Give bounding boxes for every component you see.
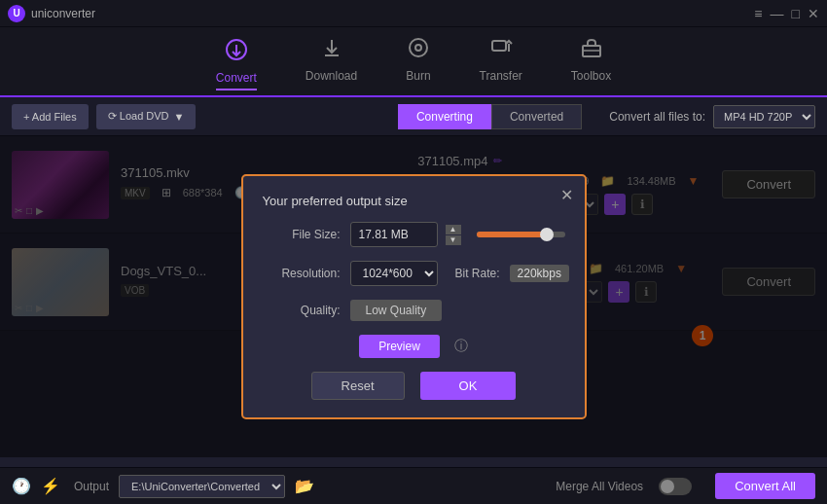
download-nav-icon [320,36,343,65]
format-select[interactable]: MP4 HD 720P [713,105,815,128]
title-bar-controls: ≡ — □ ✕ [754,6,819,21]
size-slider[interactable] [477,232,565,237]
quality-button[interactable]: Low Quality [350,300,443,321]
folder-open-icon[interactable]: 📂 [295,477,314,495]
bitrate-value: 220kbps [510,265,569,282]
modal-actions: Reset OK [263,372,565,400]
nav-burn-label: Burn [406,69,430,83]
output-path-select[interactable]: E:\UniConverter\Converted [119,475,285,498]
nav-toolbox[interactable]: Toolbox [571,36,611,87]
quality-label: Quality: [263,304,341,317]
tab-converted[interactable]: Converted [491,104,582,129]
menu-icon[interactable]: ≡ [754,6,762,21]
resolution-select[interactable]: 1024*600 [350,261,438,286]
merge-toggle[interactable] [659,478,692,495]
convert-all-label: Convert all files to: [609,110,705,124]
resolution-bitrate-row: Resolution: 1024*600 Bit Rate: 220kbps [263,261,565,286]
bottom-bar: 🕐 ⚡ Output E:\UniConverter\Converted 📂 M… [0,467,827,504]
toolbox-nav-icon [580,36,603,65]
dropdown-arrow-icon: ▼ [174,111,185,123]
modal-overlay: Your preferred output size ✕ File Size: … [0,136,827,457]
output-size-modal: Your preferred output size ✕ File Size: … [241,174,587,419]
maximize-icon[interactable]: □ [792,6,800,21]
nav-transfer[interactable]: Transfer [480,36,522,87]
preview-button[interactable]: Preview [359,335,440,358]
svg-point-1 [410,39,427,56]
nav-transfer-label: Transfer [480,69,522,83]
quality-row: Quality: Low Quality [263,300,565,321]
clock-bottom-icon[interactable]: 🕐 [12,477,31,495]
bitrate-label: Bit Rate: [455,267,500,280]
svg-rect-3 [492,41,506,51]
add-files-button[interactable]: + Add Files [12,104,89,129]
reset-button[interactable]: Reset [311,372,405,400]
transfer-nav-icon [489,36,513,65]
app-name: uniconverter [31,7,95,20]
filesize-label: File Size: [263,228,341,241]
app-logo: U [8,5,25,22]
tab-group: Converting Converted [398,104,582,129]
filesize-input[interactable] [350,222,438,247]
convert-nav-icon [225,38,248,67]
nav-bar: Convert Download Burn Transfer [0,27,827,97]
toggle-thumb [661,480,674,493]
modal-title: Your preferred output size [263,194,565,208]
burn-nav-icon [407,36,430,65]
minimize-icon[interactable]: — [771,6,784,21]
merge-label: Merge All Videos [556,480,643,493]
title-bar-left: U uniconverter [8,5,95,22]
preview-info-icon: ⓘ [454,338,468,355]
tab-converting[interactable]: Converting [398,104,491,129]
nav-toolbox-label: Toolbox [571,69,611,83]
nav-convert[interactable]: Convert [216,38,257,90]
title-bar: U uniconverter ≡ — □ ✕ [0,0,827,27]
nav-convert-label: Convert [216,71,257,85]
filesize-row: File Size: ▲ ▼ [263,222,565,247]
size-up-button[interactable]: ▲ [446,225,461,234]
content-area: ✂□▶ 371105.mkv MKV ⊞ 688*384 🕐 07:09 📁 1… [0,136,827,457]
close-icon[interactable]: ✕ [808,6,819,21]
output-label: Output [74,480,109,493]
load-dvd-button[interactable]: ⟳ Load DVD ▼ [96,104,197,129]
resolution-label: Resolution: [263,267,341,280]
toolbar: + Add Files ⟳ Load DVD ▼ Converting Conv… [0,97,827,136]
bottom-icons: 🕐 ⚡ [12,477,60,495]
nav-burn[interactable]: Burn [406,36,430,87]
modal-close-button[interactable]: ✕ [560,186,573,204]
ok-button[interactable]: OK [420,372,517,400]
size-down-button[interactable]: ▼ [446,235,461,245]
svg-point-2 [415,45,421,51]
bolt-icon[interactable]: ⚡ [41,477,60,495]
convert-all-button[interactable]: Convert All [715,473,815,499]
nav-download-label: Download [306,69,357,83]
nav-download[interactable]: Download [306,36,357,87]
preview-row: Preview ⓘ [263,335,565,358]
